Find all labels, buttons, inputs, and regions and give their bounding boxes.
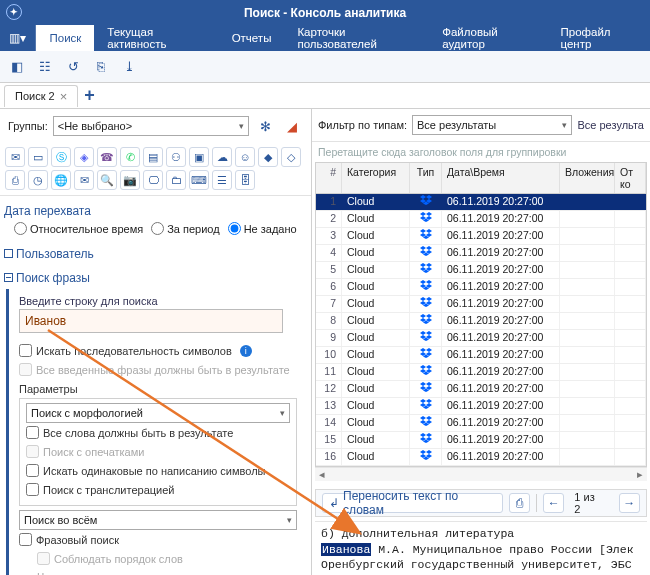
groups-clear-icon[interactable]: ◢: [281, 115, 303, 137]
ficon-viber[interactable]: ☎: [97, 147, 117, 167]
ficon-camera[interactable]: 📷: [120, 170, 140, 190]
groups-row: Группы: <Не выбрано> ▾ ✻ ◢: [0, 109, 311, 143]
morphology-combo[interactable]: Поиск с морфологией▾: [26, 403, 290, 423]
col-type[interactable]: Тип: [410, 163, 442, 193]
table-row[interactable]: 2 Cloud 06.11.2019 20:27:00: [316, 211, 646, 228]
tab-usercards[interactable]: Карточки пользователей: [284, 25, 429, 51]
ficon-mail[interactable]: ✉: [5, 147, 25, 167]
scroll-left-icon[interactable]: ◂: [315, 469, 329, 481]
tab-reports[interactable]: Отчеты: [219, 25, 285, 51]
left-pane: Группы: <Не выбрано> ▾ ✻ ◢ ✉ ▭ Ⓢ ◈ ☎ ✆ ▤…: [0, 109, 312, 575]
tab-profile[interactable]: Профайл центр: [547, 25, 650, 51]
ficon-rect[interactable]: ▭: [28, 147, 48, 167]
ficon-file[interactable]: ▤: [143, 147, 163, 167]
chk-all-words[interactable]: Все слова должны быть в результате: [26, 423, 290, 442]
col-num[interactable]: #: [316, 163, 342, 193]
ficon-globe[interactable]: 🌐: [51, 170, 71, 190]
tb-btn-5[interactable]: ⤓: [118, 56, 140, 78]
tb-btn-4[interactable]: ⎘: [90, 56, 112, 78]
ficon-cloud[interactable]: ☁: [212, 147, 232, 167]
printer-icon: ⎙: [516, 496, 523, 510]
ficon-folder[interactable]: 🗀: [166, 170, 186, 190]
ficon-group[interactable]: ⚇: [166, 147, 186, 167]
print-button[interactable]: ⎙: [509, 493, 530, 513]
ficon-printer[interactable]: ⎙: [5, 170, 25, 190]
section-phrase[interactable]: Поиск фразы: [4, 265, 301, 289]
page-label: 1 из 2: [570, 491, 606, 515]
tab-fileauditor[interactable]: Файловый аудитор: [429, 25, 547, 51]
app-menu-button[interactable]: ▥▾: [0, 25, 36, 51]
tb-btn-1[interactable]: ◧: [6, 56, 28, 78]
ficon-whatsapp[interactable]: ✆: [120, 147, 140, 167]
new-tab-button[interactable]: +: [84, 85, 95, 106]
table-row[interactable]: 10 Cloud 06.11.2019 20:27:00: [316, 347, 646, 364]
ficon-13[interactable]: ◇: [281, 147, 301, 167]
dropbox-icon: [420, 246, 432, 256]
scroll-right-icon[interactable]: ▸: [633, 469, 647, 481]
col-from[interactable]: От ко: [615, 163, 646, 193]
ficon-clock[interactable]: ◷: [28, 170, 48, 190]
chk-phrase-search[interactable]: Фразовый поиск: [19, 530, 297, 549]
groups-combo[interactable]: <Не выбрано> ▾: [53, 116, 249, 136]
wrap-text-button[interactable]: ↲ Переносить текст по словам: [322, 493, 503, 513]
tb-btn-3[interactable]: ↺: [62, 56, 84, 78]
phrase-input[interactable]: [19, 309, 283, 333]
chevron-down-icon: ▾: [287, 515, 292, 525]
all-results-link[interactable]: Все результа: [577, 119, 644, 131]
chk-samecase[interactable]: Искать одинаковые по написанию символы: [26, 461, 290, 480]
ficon-card[interactable]: ▣: [189, 147, 209, 167]
params-box: Поиск с морфологией▾ Все слова должны бы…: [19, 398, 297, 506]
tab-activity[interactable]: Текущая активность: [94, 25, 218, 51]
radio-period[interactable]: За период: [151, 222, 219, 235]
table-row[interactable]: 8 Cloud 06.11.2019 20:27:00: [316, 313, 646, 330]
col-category[interactable]: Категория: [342, 163, 410, 193]
section-user[interactable]: Пользователь: [4, 241, 301, 265]
table-row[interactable]: 1 Cloud 06.11.2019 20:27:00: [316, 194, 646, 211]
section-intercept-date[interactable]: Дата перехвата: [4, 198, 301, 222]
table-row[interactable]: 13 Cloud 06.11.2019 20:27:00: [316, 398, 646, 415]
col-attachments[interactable]: Вложения: [560, 163, 615, 193]
doc-tab-search2[interactable]: Поиск 2 ×: [4, 85, 78, 107]
tab-search[interactable]: Поиск: [36, 25, 94, 51]
close-icon[interactable]: ×: [60, 89, 68, 104]
ficon-teams[interactable]: ◈: [74, 147, 94, 167]
radio-none[interactable]: Не задано: [228, 222, 297, 235]
window-title: Поиск - Консоль аналитика: [244, 6, 406, 20]
page-next-button[interactable]: →: [619, 493, 640, 513]
page-prev-button[interactable]: ←: [543, 493, 564, 513]
table-row[interactable]: 5 Cloud 06.11.2019 20:27:00: [316, 262, 646, 279]
ficon-search[interactable]: 🔍: [97, 170, 117, 190]
ficon-keyboard[interactable]: ⌨: [189, 170, 209, 190]
type-filter-combo[interactable]: Все результаты▾: [412, 115, 572, 135]
table-row[interactable]: 14 Cloud 06.11.2019 20:27:00: [316, 415, 646, 432]
table-row[interactable]: 4 Cloud 06.11.2019 20:27:00: [316, 245, 646, 262]
table-row[interactable]: 16 Cloud 06.11.2019 20:27:00: [316, 449, 646, 466]
ficon-12[interactable]: ◆: [258, 147, 278, 167]
ficon-db[interactable]: 🗄: [235, 170, 255, 190]
table-row[interactable]: 9 Cloud 06.11.2019 20:27:00: [316, 330, 646, 347]
radio-relative[interactable]: Относительное время: [14, 222, 143, 235]
scope-combo[interactable]: Поиск во всём▾: [19, 510, 297, 530]
table-row[interactable]: 15 Cloud 06.11.2019 20:27:00: [316, 432, 646, 449]
table-row[interactable]: 3 Cloud 06.11.2019 20:27:00: [316, 228, 646, 245]
table-row[interactable]: 11 Cloud 06.11.2019 20:27:00: [316, 364, 646, 381]
table-row[interactable]: 6 Cloud 06.11.2019 20:27:00: [316, 279, 646, 296]
col-date[interactable]: Дата\Время: [442, 163, 560, 193]
dropbox-icon: [420, 331, 432, 341]
ficon-screen[interactable]: 🖵: [143, 170, 163, 190]
ficon-user[interactable]: ☺: [235, 147, 255, 167]
groups-value: <Не выбрано>: [58, 120, 132, 132]
preview-line-3: Оренбургский государственный университет…: [321, 557, 641, 573]
results-grid[interactable]: # Категория Тип Дата\Время Вложения От к…: [315, 162, 647, 467]
chevron-down-icon: ▾: [239, 121, 244, 131]
tb-btn-2[interactable]: ☷: [34, 56, 56, 78]
ficon-skype[interactable]: Ⓢ: [51, 147, 71, 167]
table-row[interactable]: 12 Cloud 06.11.2019 20:27:00: [316, 381, 646, 398]
grid-hscroll[interactable]: ◂ ▸: [315, 467, 647, 481]
chk-translit[interactable]: Поиск с транслитерацией: [26, 480, 290, 499]
table-row[interactable]: 7 Cloud 06.11.2019 20:27:00: [316, 296, 646, 313]
ficon-items[interactable]: ☰: [212, 170, 232, 190]
chk-sequence[interactable]: Искать последовательность символов i: [19, 341, 297, 360]
ficon-chat[interactable]: ✉: [74, 170, 94, 190]
groups-gear-icon[interactable]: ✻: [254, 115, 276, 137]
